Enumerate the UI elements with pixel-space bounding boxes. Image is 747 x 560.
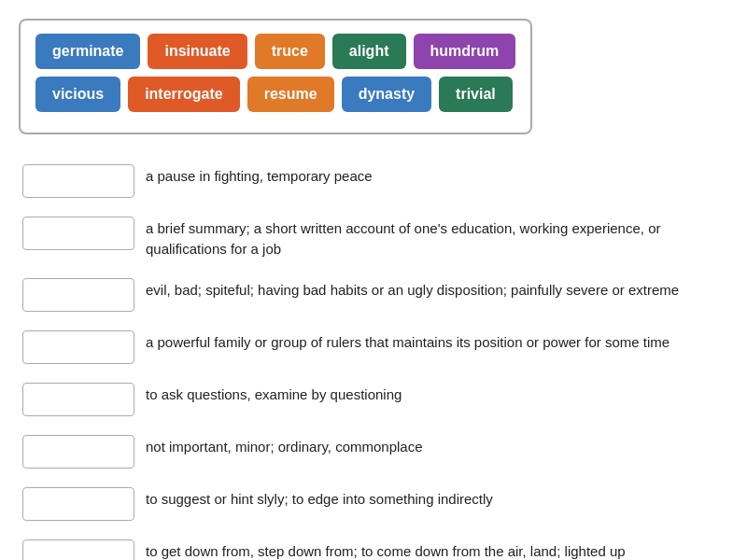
word-tag-truce[interactable]: truce bbox=[255, 34, 325, 69]
answer-input-box[interactable] bbox=[22, 383, 134, 416]
definition-text: a powerful family or group of rulers tha… bbox=[146, 330, 669, 353]
definitions-list: a pause in fighting, temporary peacea br… bbox=[19, 155, 728, 560]
word-bank-row-2: viciousinterrogateresumedynastytrivial bbox=[35, 77, 515, 112]
definition-row: not important, minor; ordinary, commonpl… bbox=[19, 426, 728, 478]
word-tag-alight[interactable]: alight bbox=[332, 34, 406, 69]
definition-text: to get down from, step down from; to com… bbox=[146, 539, 626, 561]
definition-row: to get down from, step down from; to com… bbox=[19, 530, 728, 561]
word-tag-dynasty[interactable]: dynasty bbox=[342, 77, 431, 112]
answer-input-box[interactable] bbox=[22, 278, 134, 312]
answer-input-box[interactable] bbox=[22, 539, 134, 561]
word-tag-interrogate[interactable]: interrogate bbox=[128, 77, 240, 112]
answer-input-box[interactable] bbox=[22, 164, 134, 198]
word-bank: germinateinsinuatetrucealighthumdrum vic… bbox=[19, 19, 532, 134]
definition-text: to suggest or hint slyly; to edge into s… bbox=[146, 487, 493, 510]
definition-text: not important, minor; ordinary, commonpl… bbox=[146, 435, 423, 457]
definition-row: a pause in fighting, temporary peace bbox=[19, 155, 728, 207]
word-tag-germinate[interactable]: germinate bbox=[35, 34, 140, 69]
answer-input-box[interactable] bbox=[22, 435, 134, 469]
definition-text: evil, bad; spiteful; having bad habits o… bbox=[146, 278, 679, 301]
definition-row: a brief summary; a short written account… bbox=[19, 207, 728, 269]
word-tag-vicious[interactable]: vicious bbox=[35, 77, 120, 112]
definition-text: to ask questions, examine by questioning bbox=[146, 383, 402, 405]
word-tag-trivial[interactable]: trivial bbox=[439, 77, 513, 112]
word-tag-insinuate[interactable]: insinuate bbox=[148, 34, 247, 69]
answer-input-box[interactable] bbox=[22, 217, 134, 250]
answer-input-box[interactable] bbox=[22, 487, 134, 521]
word-tag-resume[interactable]: resume bbox=[247, 77, 334, 112]
definition-row: a powerful family or group of rulers tha… bbox=[19, 321, 728, 373]
definition-row: to suggest or hint slyly; to edge into s… bbox=[19, 478, 728, 530]
definition-row: evil, bad; spiteful; having bad habits o… bbox=[19, 269, 728, 321]
definition-row: to ask questions, examine by questioning bbox=[19, 373, 728, 426]
definition-text: a brief summary; a short written account… bbox=[146, 217, 725, 259]
definition-text: a pause in fighting, temporary peace bbox=[146, 164, 373, 187]
word-bank-row-1: germinateinsinuatetrucealighthumdrum bbox=[35, 34, 515, 69]
answer-input-box[interactable] bbox=[22, 330, 134, 364]
word-tag-humdrum[interactable]: humdrum bbox=[414, 34, 516, 69]
